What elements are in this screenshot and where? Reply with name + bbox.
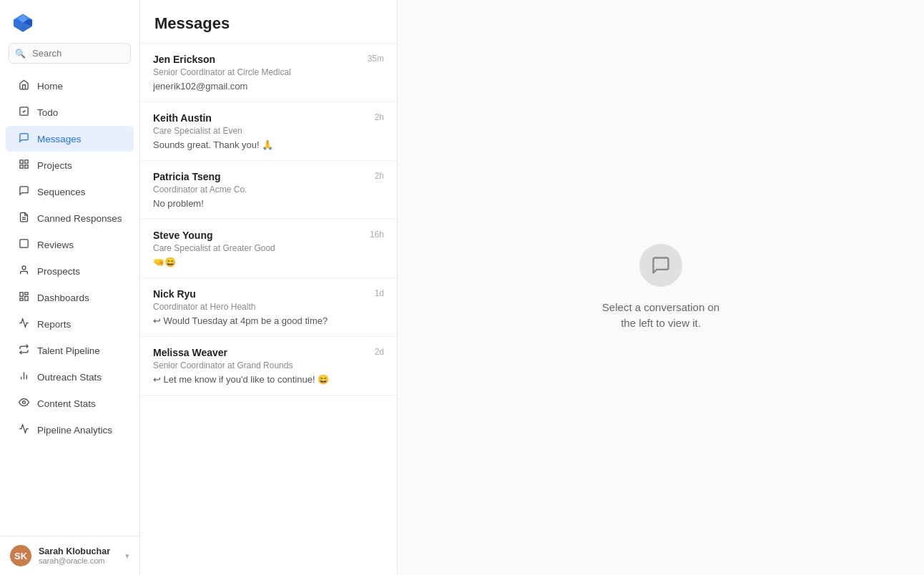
conversation-item[interactable]: Patricia Tseng 2h Coordinator at Acme Co… xyxy=(140,161,397,220)
conv-preview: jenerik102@gmail.com xyxy=(153,81,384,92)
chevron-down-icon: ▾ xyxy=(125,551,129,561)
empty-line1: Select a conversation on xyxy=(602,301,719,313)
sidebar-item-label: Pipeline Analytics xyxy=(37,425,112,436)
sidebar-item-messages[interactable]: Messages xyxy=(6,126,134,152)
svg-rect-7 xyxy=(24,160,27,163)
talent-pipeline-icon xyxy=(17,344,30,357)
sidebar-item-outreach-stats[interactable]: Outreach Stats xyxy=(6,364,134,390)
sidebar-item-label: Dashboards xyxy=(37,293,89,303)
sidebar-item-label: Canned Responses xyxy=(37,213,122,224)
sidebar-item-talent-pipeline[interactable]: Talent Pipeline xyxy=(6,338,134,363)
reports-icon xyxy=(17,318,30,330)
sidebar-item-home[interactable]: Home xyxy=(6,73,134,99)
user-profile[interactable]: SK Sarah Klobuchar sarah@oracle.com ▾ xyxy=(0,536,139,575)
conv-preview: No problem! xyxy=(153,198,384,209)
canned-responses-icon xyxy=(17,212,30,225)
svg-point-13 xyxy=(22,266,26,270)
nav-menu: Home Todo Messages Projects Sequences Ca… xyxy=(0,72,139,536)
dashboards-icon xyxy=(17,291,30,304)
messages-header: Messages xyxy=(140,0,397,44)
conv-role: Senior Coordinator at Grand Rounds xyxy=(153,360,384,370)
todo-icon xyxy=(17,106,30,119)
conv-preview-text: Sounds great. Thank you! 🙏 xyxy=(153,139,378,150)
conv-time: 2d xyxy=(375,347,384,357)
conv-name: Keith Austin xyxy=(153,112,212,124)
conversation-item[interactable]: Jen Erickson 35m Senior Coordinator at C… xyxy=(140,44,397,102)
messages-icon xyxy=(17,132,30,145)
sidebar-item-prospects[interactable]: Prospects xyxy=(6,258,134,284)
sidebar-item-projects[interactable]: Projects xyxy=(6,152,134,178)
empty-state: Select a conversation on the left to vie… xyxy=(398,0,924,575)
reviews-icon xyxy=(17,238,30,251)
sidebar-item-label: Home xyxy=(37,81,63,92)
sidebar-item-label: Outreach Stats xyxy=(37,372,102,383)
conv-name: Melissa Weaver xyxy=(153,347,227,358)
messages-panel: Messages Jen Erickson 35m Senior Coordin… xyxy=(140,0,398,575)
search-box[interactable]: 🔍 xyxy=(9,43,131,64)
conv-top: Keith Austin 2h xyxy=(153,112,384,124)
svg-point-21 xyxy=(22,401,25,404)
app-logo xyxy=(11,11,34,34)
conv-preview-text: ↩ Let me know if you'd like to continue!… xyxy=(153,374,378,385)
empty-line2: the left to view it. xyxy=(621,317,701,329)
pipeline-analytics-icon xyxy=(17,423,30,436)
conversation-item[interactable]: Melissa Weaver 2d Senior Coordinator at … xyxy=(140,337,397,395)
conv-role: Coordinator at Acme Co. xyxy=(153,185,384,195)
conv-top: Melissa Weaver 2d xyxy=(153,347,384,358)
conversation-item[interactable]: Steve Young 16h Care Specialist at Great… xyxy=(140,220,397,278)
conv-top: Steve Young 16h xyxy=(153,230,384,241)
svg-rect-16 xyxy=(24,297,27,301)
conv-role: Senior Coordinator at Circle Medical xyxy=(153,67,384,77)
svg-rect-8 xyxy=(24,165,27,168)
sidebar-item-pipeline-analytics[interactable]: Pipeline Analytics xyxy=(6,417,134,443)
conv-preview-text: No problem! xyxy=(153,198,378,209)
conv-name: Steve Young xyxy=(153,230,213,241)
sidebar-item-todo[interactable]: Todo xyxy=(6,99,134,125)
conv-preview: Sounds great. Thank you! 🙏 xyxy=(153,139,384,150)
outreach-stats-icon xyxy=(17,370,30,383)
conv-role: Coordinator at Hero Health xyxy=(153,302,384,312)
conv-preview: ↩ Would Tuesday at 4pm be a good time? xyxy=(153,315,384,326)
conv-preview-text: jenerik102@gmail.com xyxy=(153,81,378,92)
main-content: Messages Jen Erickson 35m Senior Coordin… xyxy=(140,0,924,575)
conv-name: Patricia Tseng xyxy=(153,171,221,182)
sidebar-item-label: Content Stats xyxy=(37,398,96,409)
user-email: sarah@oracle.com xyxy=(39,556,118,565)
sidebar-item-canned-responses[interactable]: Canned Responses xyxy=(6,205,134,231)
empty-state-text: Select a conversation on the left to vie… xyxy=(602,300,719,332)
svg-rect-14 xyxy=(19,293,22,297)
conversation-item[interactable]: Nick Ryu 1d Coordinator at Hero Health ↩… xyxy=(140,278,397,337)
conv-name: Nick Ryu xyxy=(153,288,196,300)
sidebar-item-sequences[interactable]: Sequences xyxy=(6,179,134,205)
home-icon xyxy=(17,79,30,92)
conversation-list: Jen Erickson 35m Senior Coordinator at C… xyxy=(140,44,397,575)
sidebar-item-content-stats[interactable]: Content Stats xyxy=(6,390,134,416)
sidebar-item-label: Messages xyxy=(37,134,82,144)
conv-time: 35m xyxy=(368,54,384,64)
user-name: Sarah Klobuchar xyxy=(39,546,118,556)
conv-time: 16h xyxy=(370,230,384,240)
sidebar-item-label: Prospects xyxy=(37,266,80,277)
sidebar-item-label: Reports xyxy=(37,319,71,330)
conv-time: 2h xyxy=(375,171,384,181)
sidebar-item-label: Projects xyxy=(37,160,72,171)
conv-role: Care Specialist at Greater Good xyxy=(153,243,384,253)
sidebar-item-reports[interactable]: Reports xyxy=(6,311,134,337)
conversation-item[interactable]: Keith Austin 2h Care Specialist at Even … xyxy=(140,102,397,161)
conv-time: 1d xyxy=(375,288,384,298)
empty-icon xyxy=(639,244,682,287)
search-input[interactable] xyxy=(9,43,131,64)
sidebar-item-dashboards[interactable]: Dashboards xyxy=(6,285,134,310)
conv-preview: 🤜😄 xyxy=(153,257,384,267)
conv-top: Nick Ryu 1d xyxy=(153,288,384,300)
conv-preview: ↩ Let me know if you'd like to continue!… xyxy=(153,374,384,385)
sidebar-item-reviews[interactable]: Reviews xyxy=(6,232,134,257)
sidebar-item-label: Todo xyxy=(37,107,58,118)
conv-top: Patricia Tseng 2h xyxy=(153,171,384,182)
page-title: Messages xyxy=(154,14,383,33)
svg-rect-17 xyxy=(19,298,22,300)
sidebar-item-label: Reviews xyxy=(37,240,74,250)
conv-top: Jen Erickson 35m xyxy=(153,54,384,65)
prospects-icon xyxy=(17,265,30,277)
projects-icon xyxy=(17,159,30,172)
